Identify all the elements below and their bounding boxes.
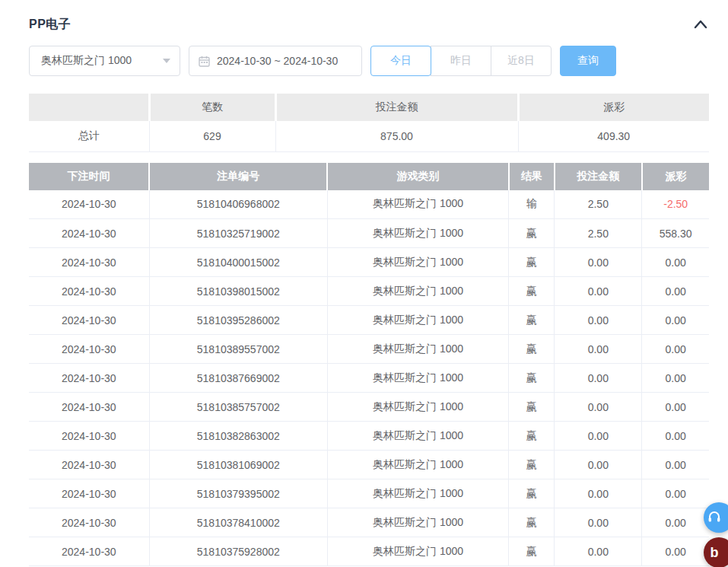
- cell-game-category: 奥林匹斯之门 1000: [327, 335, 508, 364]
- cell-result: 赢: [509, 306, 555, 335]
- table-row: 2024-10-30 51810400015002 奥林匹斯之门 1000 赢 …: [29, 248, 709, 277]
- summary-header-count: 笔数: [149, 94, 275, 121]
- yesterday-button[interactable]: 昨日: [431, 46, 491, 76]
- detail-table-body: 2024-10-30 51810406968002 奥林匹斯之门 1000 输 …: [29, 190, 709, 566]
- cell-bet-time: 2024-10-30: [29, 451, 149, 479]
- cell-payout: 0.00: [642, 277, 709, 306]
- cell-bet-amount: 0.00: [555, 479, 642, 508]
- brand-logo-letter: b: [711, 545, 719, 561]
- cell-order-number: 51810325719002: [149, 219, 327, 248]
- cell-payout: 0.00: [642, 335, 709, 364]
- date-range-picker[interactable]: 2024-10-30 ~ 2024-10-30: [189, 46, 362, 76]
- cell-payout: 0.00: [642, 364, 709, 393]
- cell-bet-time: 2024-10-30: [29, 364, 149, 393]
- cell-payout: 0.00: [642, 537, 709, 566]
- cell-payout: 0.00: [642, 451, 709, 479]
- summary-header-empty: [29, 94, 149, 121]
- cell-payout: 0.00: [642, 248, 709, 277]
- total-payout: 409.30: [518, 121, 709, 151]
- cell-bet-time: 2024-10-30: [29, 335, 149, 364]
- summary-header-payout: 派彩: [518, 94, 709, 121]
- table-row: 2024-10-30 51810382863002 奥林匹斯之门 1000 赢 …: [29, 422, 709, 451]
- cell-bet-amount: 0.00: [555, 537, 642, 566]
- cell-bet-time: 2024-10-30: [29, 190, 149, 219]
- cell-result: 赢: [509, 248, 555, 277]
- cell-bet-amount: 0.00: [555, 508, 642, 537]
- game-select[interactable]: 奥林匹斯之门 1000: [29, 46, 180, 76]
- total-bet-amount: 875.00: [275, 121, 518, 151]
- detail-header-row: 下注时间 注单编号 游戏类别 结果 投注金额 派彩: [29, 163, 709, 190]
- search-button[interactable]: 查询: [560, 46, 616, 76]
- detail-header-bet-time: 下注时间: [29, 163, 149, 190]
- calendar-icon: [199, 56, 210, 67]
- cell-bet-amount: 0.00: [555, 451, 642, 479]
- headset-icon: [707, 510, 722, 525]
- cell-order-number: 51810400015002: [149, 248, 327, 277]
- cell-game-category: 奥林匹斯之门 1000: [327, 190, 508, 219]
- last-8-days-button[interactable]: 近8日: [491, 46, 552, 76]
- cell-result: 赢: [509, 508, 555, 537]
- cell-game-category: 奥林匹斯之门 1000: [327, 422, 508, 451]
- summary-header-row: 笔数 投注金额 派彩: [29, 94, 709, 121]
- table-row: 2024-10-30 51810406968002 奥林匹斯之门 1000 输 …: [29, 190, 709, 219]
- summary-total-row: 总计 629 875.00 409.30: [29, 121, 709, 151]
- today-button[interactable]: 今日: [370, 46, 431, 76]
- cell-game-category: 奥林匹斯之门 1000: [327, 306, 508, 335]
- cell-bet-amount: 0.00: [555, 306, 642, 335]
- quick-date-button-group: 今日 昨日 近8日: [370, 46, 552, 76]
- cell-payout: 558.30: [642, 219, 709, 248]
- filter-bar: 奥林匹斯之门 1000 2024-10-30 ~ 2024-10-30 今日 昨…: [29, 46, 709, 76]
- cell-order-number: 51810389557002: [149, 335, 327, 364]
- cell-result: 赢: [509, 335, 555, 364]
- cell-payout: 0.00: [642, 306, 709, 335]
- cell-order-number: 51810385757002: [149, 393, 327, 422]
- cell-order-number: 51810387669002: [149, 364, 327, 393]
- cell-order-number: 51810379395002: [149, 479, 327, 508]
- cell-order-number: 51810398015002: [149, 277, 327, 306]
- cell-payout: 0.00: [642, 479, 709, 508]
- cell-game-category: 奥林匹斯之门 1000: [327, 219, 508, 248]
- cell-game-category: 奥林匹斯之门 1000: [327, 393, 508, 422]
- customer-service-button[interactable]: [704, 502, 728, 533]
- cell-game-category: 奥林匹斯之门 1000: [327, 479, 508, 508]
- table-row: 2024-10-30 51810325719002 奥林匹斯之门 1000 赢 …: [29, 219, 709, 248]
- cell-order-number: 51810378410002: [149, 508, 327, 537]
- cell-game-category: 奥林匹斯之门 1000: [327, 508, 508, 537]
- summary-table: 笔数 投注金额 派彩 总计 629 875.00 409.30: [29, 94, 709, 152]
- cell-bet-time: 2024-10-30: [29, 219, 149, 248]
- cell-payout: 0.00: [642, 422, 709, 451]
- cell-order-number: 51810381069002: [149, 451, 327, 479]
- cell-game-category: 奥林匹斯之门 1000: [327, 537, 508, 566]
- table-row: 2024-10-30 51810385757002 奥林匹斯之门 1000 赢 …: [29, 393, 709, 422]
- detail-header-result: 结果: [509, 163, 555, 190]
- panel-header: PP电子: [29, 15, 709, 33]
- detail-header-bet-amount: 投注金额: [555, 163, 642, 190]
- game-select-value: 奥林匹斯之门 1000: [41, 54, 132, 68]
- table-row: 2024-10-30 51810387669002 奥林匹斯之门 1000 赢 …: [29, 364, 709, 393]
- cell-game-category: 奥林匹斯之门 1000: [327, 451, 508, 479]
- cell-bet-time: 2024-10-30: [29, 277, 149, 306]
- cell-bet-amount: 0.00: [555, 248, 642, 277]
- table-row: 2024-10-30 51810378410002 奥林匹斯之门 1000 赢 …: [29, 508, 709, 537]
- collapse-panel-button[interactable]: [692, 16, 709, 33]
- table-row: 2024-10-30 51810375928002 奥林匹斯之门 1000 赢 …: [29, 537, 709, 566]
- cell-game-category: 奥林匹斯之门 1000: [327, 277, 508, 306]
- cell-bet-time: 2024-10-30: [29, 248, 149, 277]
- detail-header-payout: 派彩: [642, 163, 709, 190]
- cell-payout: -2.50: [642, 190, 709, 219]
- cell-bet-time: 2024-10-30: [29, 508, 149, 537]
- cell-result: 赢: [509, 537, 555, 566]
- table-row: 2024-10-30 51810379395002 奥林匹斯之门 1000 赢 …: [29, 479, 709, 508]
- betting-records-panel: PP电子 奥林匹斯之门 1000 2024-10-30 ~ 2024-10-30: [0, 0, 728, 566]
- cell-game-category: 奥林匹斯之门 1000: [327, 248, 508, 277]
- cell-result: 赢: [509, 219, 555, 248]
- cell-bet-time: 2024-10-30: [29, 537, 149, 566]
- brand-logo-button[interactable]: b: [704, 537, 728, 567]
- cell-bet-amount: 2.50: [555, 219, 642, 248]
- cell-result: 赢: [509, 451, 555, 479]
- date-range-value: 2024-10-30 ~ 2024-10-30: [217, 55, 338, 67]
- cell-result: 赢: [509, 364, 555, 393]
- page-title: PP电子: [29, 17, 71, 33]
- cell-bet-amount: 0.00: [555, 393, 642, 422]
- detail-table: 下注时间 注单编号 游戏类别 结果 投注金额 派彩 2024-10-30 518…: [29, 163, 709, 567]
